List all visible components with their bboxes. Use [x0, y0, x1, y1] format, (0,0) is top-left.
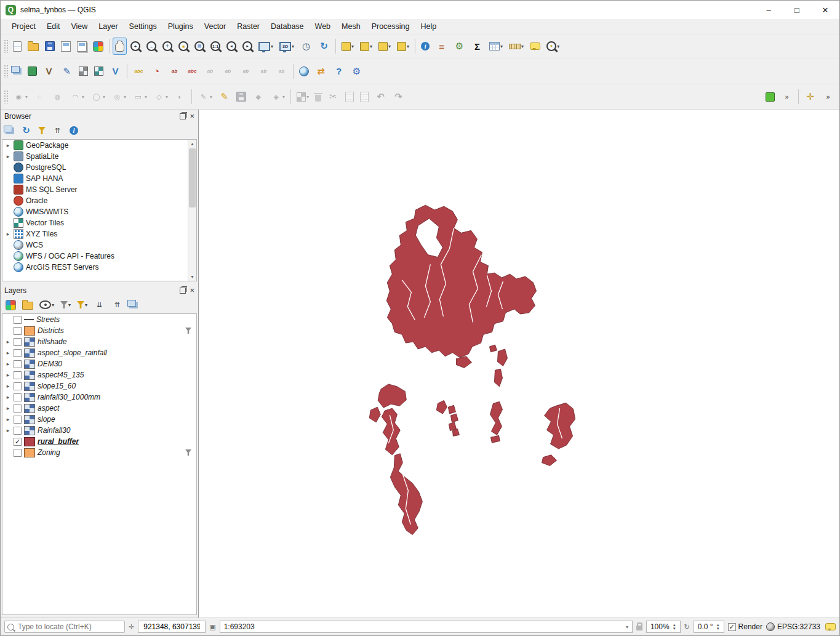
layer-item[interactable]: ▸slope15_60	[2, 380, 196, 392]
layer-checkbox[interactable]	[14, 393, 22, 401]
expand-arrow-icon[interactable]: ▸	[5, 350, 11, 356]
expand-arrow-icon[interactable]: ▸	[5, 405, 11, 411]
copy-features-button[interactable]	[343, 88, 356, 105]
cut-features-button[interactable]: ✂	[325, 88, 342, 105]
dropdown-arrow-icon[interactable]: ▾	[557, 44, 559, 49]
magnifier-spinner[interactable]: 100% ▲▼	[646, 621, 681, 633]
toggle-editing-button[interactable]: ✎	[216, 88, 233, 105]
add-group-button[interactable]	[20, 297, 35, 312]
toolbar-grip-icon[interactable]	[4, 65, 8, 78]
collapse-all-button[interactable]: ⇈	[50, 123, 65, 138]
close-button[interactable]: ✕	[811, 1, 839, 19]
new-temporary-scratch-layer-button[interactable]	[76, 63, 90, 80]
locate-bar[interactable]	[4, 621, 125, 633]
dropdown-arrow-icon[interactable]: ▾	[407, 44, 409, 49]
add-feature-button[interactable]: ◆	[250, 88, 266, 105]
layer-item[interactable]: Districts	[2, 325, 196, 336]
properties-widget-button[interactable]: i	[68, 123, 80, 138]
new-virtual-layer-button[interactable]: V	[107, 63, 124, 80]
menu-vector[interactable]: Vector	[199, 20, 231, 33]
menu-settings[interactable]: Settings	[124, 20, 162, 33]
refresh-browser-button[interactable]: ↻	[18, 123, 34, 138]
render-checkbox[interactable]	[728, 623, 736, 631]
dropdown-arrow-icon[interactable]: ▾	[166, 94, 168, 100]
dropdown-arrow-icon[interactable]: ▾	[145, 94, 147, 100]
select-by-form-button[interactable]: ▾	[394, 38, 412, 55]
filter-legend-button[interactable]: ▾	[58, 297, 73, 312]
dropdown-arrow-icon[interactable]: ▾	[521, 44, 524, 49]
layer-checkbox[interactable]	[14, 416, 22, 424]
crs-status[interactable]: EPSG:32733	[766, 622, 820, 631]
menu-mesh[interactable]: Mesh	[337, 20, 366, 33]
identify-features-button[interactable]: i	[418, 38, 432, 55]
undo-button[interactable]: ↶	[372, 88, 389, 105]
new-print-layout-button[interactable]	[58, 38, 73, 55]
digitize-curve-button[interactable]: ◠▾	[67, 88, 87, 105]
float-panel-icon[interactable]	[180, 113, 186, 119]
fill-ring-button[interactable]: ◐	[172, 88, 188, 105]
new-mesh-layer-button[interactable]	[92, 63, 106, 80]
dropdown-arrow-icon[interactable]: ▾	[351, 44, 354, 49]
toolbar-overflow-left-button[interactable]: »	[778, 88, 795, 105]
processing-toolbox-button[interactable]: ⚙	[348, 63, 365, 80]
browser-item[interactable]: WFS / OGC API - Features	[2, 251, 196, 262]
zoom-full-button[interactable]: ✛	[160, 38, 175, 55]
browser-item[interactable]: Vector Tiles	[2, 217, 196, 228]
select-features-button[interactable]: ▾	[339, 38, 356, 55]
layer-checkbox[interactable]	[14, 405, 22, 413]
curved-label-button[interactable]: ab	[255, 63, 272, 80]
ellipse-tools-button[interactable]: ◎▾	[109, 88, 129, 105]
spinner-arrows-icon[interactable]: ▲▼	[716, 623, 720, 630]
toolbar-overflow-right-button[interactable]: »	[820, 88, 836, 105]
menu-database[interactable]: Database	[266, 20, 309, 33]
float-panel-icon[interactable]	[180, 288, 186, 294]
vertex-tool-button[interactable]: ◈▾	[268, 88, 287, 105]
expand-arrow-icon[interactable]: ▸	[5, 394, 11, 400]
help-contents-button[interactable]: ?	[330, 63, 347, 80]
new-spatial-bookmark-button[interactable]: ★▾	[544, 38, 562, 55]
move-label-button[interactable]: ab	[202, 63, 218, 80]
pan-map-button[interactable]	[113, 38, 127, 55]
zoom-to-selection-button[interactable]: ■	[176, 38, 191, 55]
filter-browser-button[interactable]	[36, 123, 47, 138]
layer-item[interactable]: ▸aspect_slope_rainfall	[2, 347, 196, 358]
layer-item[interactable]: Zoning	[2, 447, 196, 458]
menu-raster[interactable]: Raster	[232, 20, 265, 33]
browser-item[interactable]: WCS	[2, 240, 196, 251]
close-panel-icon[interactable]	[190, 286, 194, 294]
scale-combo[interactable]: 1:693203 ▾	[220, 621, 633, 633]
layer-item[interactable]: ▸DEM30	[2, 358, 196, 369]
dropdown-arrow-icon[interactable]: ▾	[500, 44, 503, 49]
zoom-next-button[interactable]: ▸	[240, 38, 255, 55]
spinner-arrows-icon[interactable]: ▲▼	[673, 623, 676, 630]
pin-labels-button[interactable]: ab	[166, 63, 183, 80]
expand-arrow-icon[interactable]: ▸	[5, 361, 11, 367]
open-attribute-table-button[interactable]: ▾	[487, 38, 505, 55]
layer-checkbox[interactable]	[14, 427, 22, 435]
regular-polygon-tools-button[interactable]: ◇▾	[151, 88, 170, 105]
browser-item[interactable]: ▸GeoPackage	[2, 140, 196, 151]
run-feature-action-button[interactable]: ⚙	[451, 38, 468, 55]
open-layer-styling-button[interactable]	[4, 297, 18, 312]
zoom-native-button[interactable]: 1:1	[208, 38, 223, 55]
coordinate-input[interactable]	[142, 622, 201, 632]
zoom-in-button[interactable]: +	[128, 38, 143, 55]
scroll-up-icon[interactable]: ▲	[188, 140, 196, 148]
messages-icon[interactable]	[825, 623, 836, 630]
style-manager-button[interactable]	[90, 38, 106, 55]
advanced-digitizing-button[interactable]: ✛	[802, 88, 818, 105]
toolbar-grip-icon[interactable]	[4, 39, 8, 53]
dropdown-arrow-icon[interactable]: ▾	[282, 94, 285, 100]
delete-selected-button[interactable]	[313, 88, 324, 105]
toolbar-grip-icon[interactable]	[4, 90, 8, 103]
layer-item[interactable]: rural_buffer	[2, 436, 196, 447]
layer-item[interactable]: ▸aspect45_135	[2, 369, 196, 380]
maximize-button[interactable]: □	[783, 1, 811, 19]
layer-diagram-button[interactable]: ◔	[148, 63, 165, 80]
web-tools-button[interactable]: ⇄	[313, 63, 329, 80]
rotate-label-button[interactable]: ab	[220, 63, 236, 80]
show-hidden-labels-button[interactable]: ab	[273, 63, 290, 80]
expand-arrow-icon[interactable]: ▸	[5, 339, 11, 345]
new-spatialite-layer-button[interactable]: ✎	[58, 63, 75, 80]
menu-layer[interactable]: Layer	[94, 20, 122, 33]
